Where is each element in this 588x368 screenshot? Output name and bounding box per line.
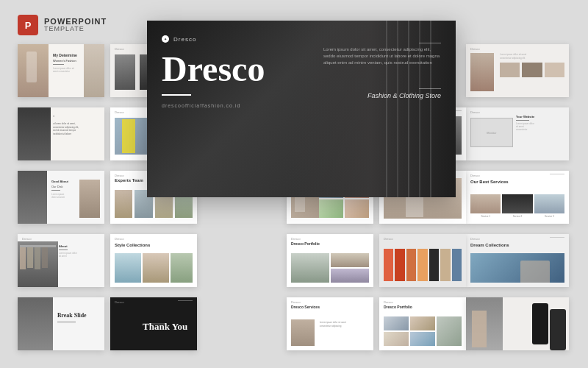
featured-website: drescoofficiaffashion.co.id: [162, 103, 265, 108]
slide-thumb-style[interactable]: Dresco Style Collections: [110, 234, 197, 287]
slide-thumb-style2[interactable]: Dresco: [379, 234, 466, 287]
featured-desc: Lorem ipsum dolor sit amet, consectetur …: [323, 46, 441, 66]
slide-thumb-thankyou[interactable]: Dresco Thank You: [110, 297, 197, 350]
slide-thumb-dresco-services[interactable]: Dresco Dresco Services Lorem ipsum dolor…: [287, 297, 373, 350]
featured-right-content: Lorem ipsum dolor sit amet, consectetur …: [323, 43, 441, 99]
brand-top-label: Dresco: [173, 36, 196, 43]
featured-divider: [162, 94, 191, 96]
featured-brand-row: ✦ Dresco: [162, 35, 265, 43]
slide-thumb-quote[interactable]: Dresco " ut lorem dolor sit amet,consect…: [18, 107, 104, 160]
thank-you-label: Thank You: [143, 321, 187, 333]
slide-thumb-break[interactable]: Dresco Break Slide: [18, 297, 104, 350]
powerpoint-icon: P: [18, 15, 38, 35]
featured-title: Dresco: [162, 52, 265, 87]
page-wrapper: P POWERPOINT TEMPLATE Dresco My Determin…: [0, 0, 588, 368]
header-text: POWERPOINT TEMPLATE: [44, 17, 107, 33]
slide-thumb-rack[interactable]: Dresco About Lorem ipsum dolorsit amet: [18, 234, 104, 287]
slide-thumb-portfolio2[interactable]: Dresco Dresco Portfolio: [287, 234, 373, 287]
slide-thumb-device[interactable]: Dresco Monitor Your Website Lorem ipsum …: [466, 107, 569, 160]
slide-thumb-r1[interactable]: Dresco Lorem ipsum dolor sit ametconsect…: [466, 44, 569, 97]
slide-thumb-phone[interactable]: Dresco: [466, 297, 569, 350]
slide-thumb-hangers[interactable]: Dresco Good About Our Disk Lorem ipsumdo…: [18, 171, 104, 224]
featured-content: ✦ Dresco Dresco drescoofficiaffashion.co…: [162, 35, 265, 108]
featured-slide[interactable]: ✦ Dresco Dresco drescoofficiaffashion.co…: [147, 21, 456, 197]
slide-thumb-portfolio[interactable]: Dresco Dresco Portfolio: [379, 297, 466, 350]
featured-tagline: Fashion & Clothing Store: [323, 92, 441, 99]
powerpoint-subtitle: TEMPLATE: [44, 26, 107, 33]
slide-thumb-1[interactable]: Dresco My Determine Women's Fashion Lore…: [18, 44, 104, 97]
slide-thumb-dream[interactable]: Dresco Dream Collections: [466, 234, 569, 287]
slide-thumb-services[interactable]: Dresco Our Best Services Service 1 Servi…: [466, 171, 569, 224]
